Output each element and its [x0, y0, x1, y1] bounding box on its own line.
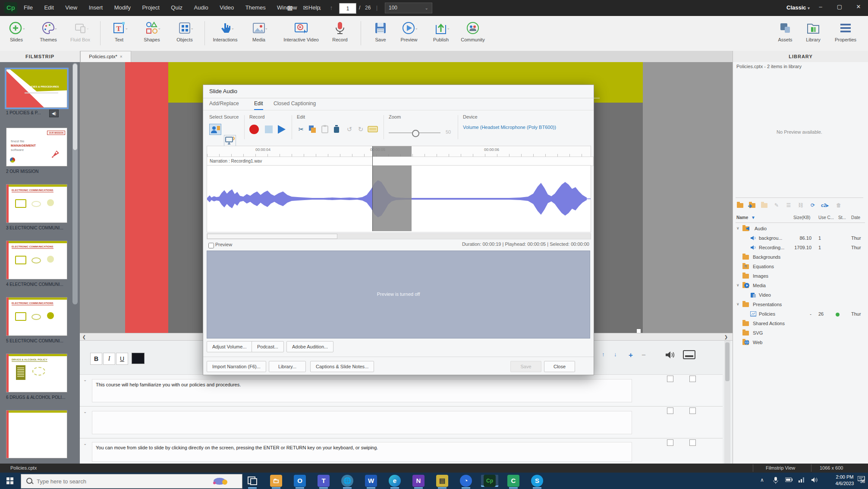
objects-button[interactable]: ⌄ Objects: [169, 19, 200, 49]
library-row-media[interactable]: ∨ Media: [736, 281, 868, 291]
library-row-web[interactable]: Web: [736, 338, 868, 348]
interactions-button[interactable]: ⌄ Interactions: [210, 19, 241, 49]
sync-c2-icon[interactable]: c2▸: [820, 201, 830, 210]
timeline-selection[interactable]: [373, 146, 412, 157]
scroll-right-icon[interactable]: ❯: [723, 334, 730, 340]
cut-icon[interactable]: ✂: [296, 125, 306, 134]
assets-button[interactable]: Assets: [772, 19, 798, 49]
filmstrip-slide-3[interactable]: ELECTRONIC COMMUNICATIONS 3 ELECTRONIC C…: [6, 184, 67, 230]
text-button[interactable]: T ⌄ Text: [104, 19, 135, 49]
menu-audio[interactable]: Audio: [189, 0, 213, 16]
slide-4-thumbnail[interactable]: ELECTRONIC COMMUNICATIONS: [6, 241, 67, 279]
zoom-select[interactable]: 100⌄: [385, 3, 432, 13]
search-input[interactable]: [36, 476, 180, 486]
twist-down-icon[interactable]: ∨: [736, 283, 739, 287]
captivate-taskbar-icon[interactable]: Cp: [481, 475, 498, 487]
waveform-selection[interactable]: [373, 166, 412, 231]
waveform-scrollbar[interactable]: [207, 233, 591, 239]
library-row-images[interactable]: Images: [736, 272, 868, 281]
weather-news-icon[interactable]: [207, 476, 233, 486]
slide-2-thumbnail[interactable]: OUR MISSION finest file MANAGEMENT softw…: [6, 128, 67, 166]
tray-battery-icon[interactable]: [785, 477, 793, 482]
adobe-audition-button[interactable]: Adobe Audition...: [286, 341, 333, 352]
col-status[interactable]: St...: [838, 215, 846, 220]
tab-close-icon[interactable]: ×: [120, 54, 123, 59]
import-icon[interactable]: [748, 201, 757, 210]
library-row-backgrounds[interactable]: Backgrounds: [736, 253, 868, 262]
slide-3-thumbnail[interactable]: ELECTRONIC COMMUNICATIONS: [6, 184, 67, 223]
maximize-button[interactable]: ▢: [830, 0, 849, 14]
filmstrip-slide-5[interactable]: ELECTRONIC COMMUNICATIONS 5 ELECTRONIC C…: [6, 297, 67, 343]
zoom-slider-handle[interactable]: [412, 130, 419, 137]
themes-button[interactable]: ⌄ Themes: [33, 19, 64, 49]
text-color-swatch[interactable]: [132, 353, 145, 364]
slide-7-thumbnail[interactable]: [6, 410, 67, 458]
library-row-policies[interactable]: Policies - 26 Thur: [736, 310, 868, 319]
notes-scrollbar[interactable]: [724, 341, 730, 464]
note-text-3[interactable]: You can move from slide to slide by clic…: [92, 442, 632, 462]
community-button[interactable]: Community: [457, 19, 488, 49]
slide-6-thumbnail[interactable]: DRUGS & ALCOHOL POLICY: [6, 354, 67, 392]
menu-edit[interactable]: Edit: [39, 0, 58, 16]
browser-globe-icon[interactable]: 🌐: [339, 475, 356, 487]
copy-icon[interactable]: [308, 125, 318, 134]
properties-button[interactable]: Properties: [830, 19, 861, 49]
open-folder-icon[interactable]: [736, 201, 745, 210]
file-explorer-icon[interactable]: 🗀: [267, 475, 285, 487]
adjust-volume-button[interactable]: Adjust Volume...: [207, 341, 252, 352]
move-note-up-icon[interactable]: ↑: [602, 351, 605, 357]
col-size[interactable]: Size(KB): [793, 215, 810, 220]
close-dialog-button[interactable]: Close: [544, 361, 575, 372]
notepad-icon[interactable]: ▤: [434, 475, 451, 487]
podcast-button[interactable]: Podcast...: [252, 341, 284, 352]
document-tab[interactable]: Policies.cptx*×: [80, 51, 131, 63]
audio-checkbox[interactable]: [667, 439, 673, 446]
library-row-svg[interactable]: SVG: [736, 329, 868, 338]
tray-speaker-icon[interactable]: [811, 477, 818, 483]
keyboard-shortcuts-icon[interactable]: ▦: [285, 3, 295, 12]
preview-button[interactable]: ⌄ Preview: [393, 19, 425, 49]
twist-down-icon[interactable]: ∨: [736, 302, 739, 306]
system-audio-source-icon[interactable]: [224, 135, 236, 146]
filmstrip-scrollbar[interactable]: [72, 63, 78, 304]
twist-down-icon[interactable]: ∨: [736, 226, 739, 230]
remove-note-icon[interactable]: −: [642, 351, 646, 360]
outlook-icon[interactable]: O: [291, 475, 308, 487]
library-row-shared-actions[interactable]: Shared Actions: [736, 319, 868, 329]
filmstrip-slide-6[interactable]: DRUGS & ALCOHOL POLICY 6 DRUGS & ALCOHOL…: [6, 354, 67, 400]
library-row-recording1[interactable]: Recording... 1709.10 1 Thur: [736, 243, 868, 253]
menu-quiz[interactable]: Quiz: [166, 0, 187, 16]
mail-notifications-icon[interactable]: ✉: [300, 3, 311, 12]
workspace-switcher[interactable]: Classic ▾: [786, 0, 810, 16]
scroll-left-icon[interactable]: ❮: [81, 334, 88, 340]
status-view-mode[interactable]: Filmstrip View: [766, 465, 795, 470]
move-note-down-icon[interactable]: ↓: [614, 351, 617, 357]
preview-checkbox[interactable]: [208, 243, 214, 248]
collapse-note-icon[interactable]: ⌄: [83, 441, 87, 446]
filmstrip-slide-2[interactable]: OUR MISSION finest file MANAGEMENT softw…: [6, 128, 67, 174]
publish-button[interactable]: ⌄ Publish: [425, 19, 456, 49]
task-view-icon[interactable]: [244, 475, 261, 487]
note-text-1[interactable]: This course will help familiarize you wi…: [92, 379, 632, 402]
taskbar-clock[interactable]: 2:00 PM 4/6/2023: [830, 474, 859, 487]
slide-resize-handle[interactable]: [636, 329, 641, 333]
media-button[interactable]: ⌄ Media: [243, 19, 274, 49]
underline-button[interactable]: U: [116, 353, 128, 365]
audio-checkbox[interactable]: [667, 408, 673, 414]
record-button[interactable]: Record: [324, 19, 355, 49]
cc-checkbox[interactable]: [689, 376, 696, 382]
library-dialog-button[interactable]: Library...: [269, 361, 306, 372]
slide-1-thumbnail[interactable]: POLICIES & PROCEDURES: [6, 69, 67, 108]
filmstrip-slide-7[interactable]: [6, 410, 67, 458]
library-row-audio[interactable]: ∨ Audio: [736, 224, 868, 234]
filmstrip-slide-4[interactable]: ELECTRONIC COMMUNICATIONS 4 ELECTRONIC C…: [6, 241, 67, 287]
save-button[interactable]: Save: [365, 19, 396, 49]
interactive-video-button[interactable]: Interactive Video: [280, 19, 323, 49]
dialog-title[interactable]: Slide Audio: [203, 85, 600, 98]
teams-icon[interactable]: T: [315, 475, 332, 487]
slide-audio-icon[interactable]: ◀): [49, 110, 59, 117]
taskbar-search[interactable]: [21, 474, 242, 489]
audio-cc-speaker-icon[interactable]: [664, 350, 677, 360]
device-value[interactable]: Volume (Headset Microphone (Poly BT600)): [463, 125, 556, 130]
closed-caption-icon[interactable]: [683, 350, 696, 360]
